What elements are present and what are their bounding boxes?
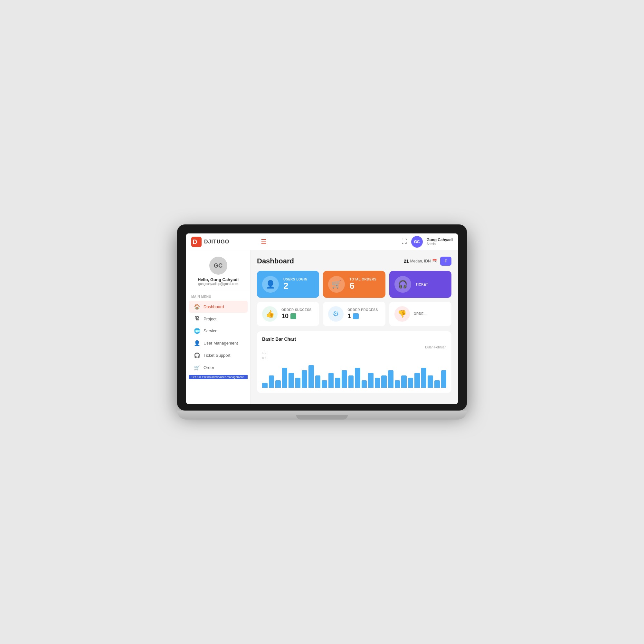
stat-card-order-success: 👍 ORDER SUCCESS 10	[257, 302, 319, 326]
chart-bar	[289, 373, 294, 388]
sidebar-item-user-management[interactable]: 👤 User Management	[189, 337, 248, 349]
order-success-badge	[290, 313, 296, 319]
sidebar: GC Hello, Gung Cahyadi gungcahyadipp@gma…	[186, 250, 251, 404]
chart-bar	[388, 370, 393, 388]
chart-bar	[401, 375, 407, 388]
primary-button[interactable]: F	[440, 257, 451, 266]
sidebar-item-dashboard[interactable]: 🏠 Dashboard	[189, 301, 248, 313]
order-success-label: ORDER SUCCESS	[281, 308, 312, 312]
chart-bar	[328, 373, 334, 388]
sidebar-avatar: GC	[209, 257, 227, 275]
ticket-support-icon: 🎧	[194, 352, 200, 358]
total-orders-icon: 🛒	[328, 276, 345, 293]
chart-bar	[414, 373, 420, 388]
sidebar-greeting: Hello, Gung Cahyadi	[198, 277, 239, 282]
service-icon: 🌐	[194, 328, 200, 334]
sidebar-label-service: Service	[204, 328, 217, 333]
total-orders-text: TOTAL ORDERS 6	[349, 278, 376, 291]
chart-bars	[262, 362, 446, 388]
total-orders-label: TOTAL ORDERS	[349, 278, 376, 281]
users-login-value: 2	[283, 281, 307, 291]
chart-y-label-1: 1.0	[262, 350, 446, 355]
header-right: 21 Medan, IDN 📅 F	[404, 257, 451, 266]
chart-bar	[302, 370, 307, 388]
chart-bar	[322, 380, 327, 388]
location-badge: 21 Medan, IDN 📅	[404, 259, 437, 264]
chart-bar	[348, 375, 354, 388]
stats-row-2: 👍 ORDER SUCCESS 10 ⚙	[257, 302, 451, 326]
sidebar-label-project: Project	[204, 317, 216, 321]
fullscreen-icon[interactable]: ⛶	[402, 238, 407, 245]
user-management-icon: 👤	[194, 340, 200, 346]
stat-card-users-login: 👤 USERS LOGIN 2	[257, 271, 319, 298]
order-other-icon: 👎	[394, 306, 410, 322]
project-icon: 🏗	[194, 316, 200, 322]
order-success-text: ORDER SUCCESS 10	[281, 308, 312, 320]
order-success-value: 10	[281, 312, 289, 320]
djitugo-logo-icon: D	[191, 237, 202, 247]
chart-title: Basic Bar Chart	[262, 336, 446, 342]
stat-card-ticket: 🎧 TICKET	[389, 271, 451, 298]
users-login-text: USERS LOGIN 2	[283, 278, 307, 291]
order-success-row: 10	[281, 312, 312, 320]
sidebar-label-order: Order	[204, 365, 214, 370]
sidebar-item-order[interactable]: 🛒 Order	[189, 362, 248, 374]
chart-bar	[395, 380, 400, 388]
ticket-text: TICKET	[416, 283, 428, 286]
page-title: Dashboard	[257, 257, 294, 265]
order-process-value: 1	[347, 312, 351, 320]
order-process-row: 1	[347, 312, 378, 320]
sidebar-item-project[interactable]: 🏗 Project	[189, 313, 248, 325]
logo-area: D DJITUGO	[191, 237, 256, 247]
total-orders-value: 6	[349, 281, 376, 291]
sidebar-profile: GC Hello, Gung Cahyadi gungcahyadipp@gma…	[186, 250, 250, 291]
laptop-screen: D DJITUGO ☰ ⛶ GC Gung Cahyadi Admin	[186, 233, 458, 404]
chart-bar	[335, 378, 340, 388]
order-process-badge	[353, 313, 359, 319]
logo-text: DJITUGO	[204, 239, 229, 245]
order-other-text: ORDE...	[414, 312, 427, 316]
order-success-icon: 👍	[262, 306, 278, 322]
chart-bar	[315, 375, 321, 388]
chart-bar	[275, 380, 281, 388]
sidebar-item-service[interactable]: 🌐 Service	[189, 325, 248, 337]
chart-bar	[428, 375, 433, 388]
stat-card-order-other: 👎 ORDE...	[389, 302, 451, 326]
chart-bar	[342, 370, 347, 388]
chart-bar	[381, 375, 387, 388]
url-bar: 127.0.0.1:8000/admin/user-management	[189, 375, 248, 379]
chart-bar	[368, 373, 374, 388]
laptop-frame: D DJITUGO ☰ ⛶ GC Gung Cahyadi Admin	[177, 224, 467, 420]
top-avatar[interactable]: GC	[411, 236, 423, 248]
chart-bar	[269, 375, 274, 388]
content-header: Dashboard 21 Medan, IDN 📅 F	[257, 257, 451, 266]
svg-text:D: D	[193, 238, 197, 245]
content-area: Dashboard 21 Medan, IDN 📅 F	[251, 250, 458, 404]
sidebar-section-label: MAIN MENU	[186, 291, 250, 300]
chart-bar	[295, 378, 301, 388]
order-icon: 🛒	[194, 365, 200, 371]
sidebar-item-ticket-support[interactable]: 🎧 Ticket Support	[189, 349, 248, 361]
user-info-top: Gung Cahyadi Admin	[427, 238, 453, 246]
order-other-label: ORDE...	[414, 312, 427, 316]
top-bar: D DJITUGO ☰ ⛶ GC Gung Cahyadi Admin	[186, 233, 458, 250]
chart-bar	[355, 368, 360, 388]
hamburger-icon[interactable]: ☰	[261, 238, 267, 246]
chart-bar	[408, 378, 413, 388]
stat-card-total-orders: 🛒 TOTAL ORDERS 6	[323, 271, 385, 298]
chart-bar	[282, 368, 288, 388]
location-text: Medan, IDN	[410, 259, 431, 263]
chart-bar	[441, 370, 447, 388]
chart-bar	[308, 365, 314, 388]
app-container: D DJITUGO ☰ ⛶ GC Gung Cahyadi Admin	[186, 233, 458, 404]
chart-bar	[421, 368, 427, 388]
chart-bar	[262, 383, 268, 388]
main-area: GC Hello, Gung Cahyadi gungcahyadipp@gma…	[186, 250, 458, 404]
stat-card-order-process: ⚙ ORDER PROCESS 1	[323, 302, 385, 326]
sidebar-label-ticket-support: Ticket Support	[204, 353, 230, 358]
order-process-label: ORDER PROCESS	[347, 308, 378, 312]
laptop-screen-outer: D DJITUGO ☰ ⛶ GC Gung Cahyadi Admin	[177, 224, 467, 411]
ticket-icon: 🎧	[394, 276, 411, 293]
chart-bar	[362, 380, 367, 388]
chart-section: Basic Bar Chart Bulan Februari 1.0 0.9	[257, 331, 451, 393]
